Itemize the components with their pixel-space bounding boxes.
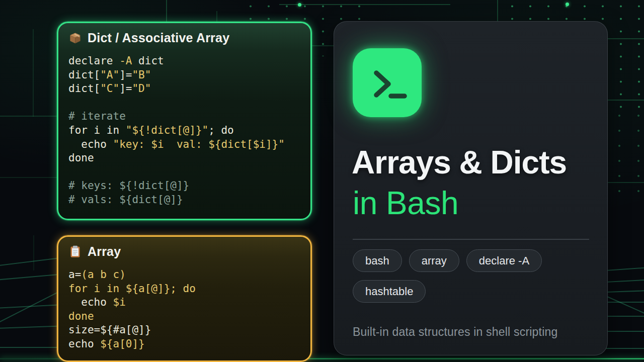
dot-accent <box>566 3 569 6</box>
code-token: dict[ <box>68 69 100 81</box>
wire-line <box>606 290 644 292</box>
dot-field <box>610 108 644 204</box>
code-line <box>68 96 300 110</box>
wire-line <box>606 302 644 303</box>
divider <box>353 239 589 240</box>
wire-line <box>603 294 644 318</box>
tag-pill: hashtable <box>353 280 426 303</box>
tag-pill: declare -A <box>466 249 542 272</box>
code-token: ]= <box>119 82 132 95</box>
code-line: for i in "${!dict[@]}"; do <box>68 124 300 138</box>
code-token: echo <box>68 138 113 150</box>
poster: Dict / Associative Array declare -A dict… <box>0 0 644 362</box>
panel-title: Arrays & Dicts <box>352 144 567 181</box>
code-token: for i in <box>68 124 126 136</box>
code-line: done <box>68 310 300 324</box>
code-token: "D" <box>132 82 151 95</box>
wire-line <box>0 257 62 266</box>
tag-pill: bash <box>353 249 402 272</box>
dict-card-header: Dict / Associative Array <box>58 23 310 45</box>
code-token: # keys: ${!dict[@]} <box>68 179 189 192</box>
dict-card-title: Dict / Associative Array <box>88 31 229 45</box>
dot-accent <box>298 3 301 7</box>
code-line: # iterate <box>68 110 300 124</box>
grid-line <box>33 235 34 270</box>
code-line: declare -A dict <box>68 54 300 68</box>
code-token: dict[ <box>68 82 100 95</box>
wire-line <box>606 331 644 332</box>
code-token: "C" <box>100 82 119 95</box>
code-token: $i <box>113 296 126 308</box>
code-line: a=(a b c) <box>68 268 300 282</box>
package-icon <box>68 31 82 45</box>
dict-card: Dict / Associative Array declare -A dict… <box>57 22 312 220</box>
panel-title-accent: in Bash <box>353 185 458 222</box>
code-token: size=${#a[@]} <box>68 324 151 336</box>
dict-code-block: declare -A dictdict["A"]="B"dict["C"]="D… <box>58 54 310 207</box>
code-token: # iterate <box>68 110 126 122</box>
code-token: "A" <box>100 69 119 81</box>
array-code-block: a=(a b c)for i in ${a[@]}; do echo $idon… <box>58 268 310 351</box>
info-panel: Arrays & Dicts in Bash basharraydeclare … <box>334 21 608 355</box>
code-token: -A <box>119 55 132 67</box>
code-token: ]= <box>119 69 132 81</box>
code-token: "B" <box>132 69 151 81</box>
wire-line <box>0 274 63 280</box>
code-token: for i in ${a[@]}; do <box>68 283 196 295</box>
tag-pill: array <box>409 249 459 272</box>
code-line: done <box>68 151 300 165</box>
code-line: # keys: ${!dict[@]} <box>68 179 300 193</box>
code-token: "${!dict[@]}" <box>126 124 208 136</box>
panel-description: Built-in data structures in shell script… <box>353 325 557 339</box>
code-line: for i in ${a[@]}; do <box>68 282 300 296</box>
code-token: dict <box>132 55 164 67</box>
code-token: a= <box>68 268 81 281</box>
terminal-icon <box>353 48 422 117</box>
code-line: # vals: ${dict[@]} <box>68 193 300 207</box>
code-line: dict["A"]="B" <box>68 68 300 82</box>
code-line: dict["C"]="D" <box>68 82 300 96</box>
wire-line <box>606 280 644 283</box>
wire-line <box>0 347 60 348</box>
code-token: echo <box>68 296 113 308</box>
grid-line <box>0 177 57 178</box>
wire-line <box>606 267 644 270</box>
wire-line <box>606 348 644 349</box>
code-token: ${a[0]} <box>100 338 145 350</box>
array-card-title: Array <box>88 244 121 259</box>
wire-line <box>0 325 60 328</box>
code-token: (a b c) <box>81 268 126 281</box>
code-token: done <box>68 152 94 164</box>
code-line: echo $i <box>68 296 300 310</box>
code-line: echo ${a[0]} <box>68 337 300 351</box>
clipboard-icon <box>68 245 82 258</box>
code-token: declare <box>68 55 119 67</box>
array-card: Array a=(a b c)for i in ${a[@]}; do echo… <box>57 235 312 362</box>
code-token: # vals: ${dict[@]} <box>68 194 183 206</box>
grid-line <box>33 29 34 117</box>
wire-line <box>0 304 60 308</box>
code-token: "key: $i val: ${dict[$i]}" <box>113 138 285 150</box>
code-line <box>68 165 300 179</box>
terminal-glyph <box>362 58 413 108</box>
code-token: echo <box>68 338 100 350</box>
code-line: size=${#a[@]} <box>68 323 300 337</box>
code-token: done <box>68 310 94 322</box>
tag-list: basharraydeclare -Ahashtable <box>353 249 594 303</box>
code-line: echo "key: $i val: ${dict[$i]}" <box>68 138 300 152</box>
wire-line <box>606 316 644 317</box>
array-card-header: Array <box>58 237 310 259</box>
code-token: ; do <box>208 124 234 136</box>
grid-line <box>0 116 57 117</box>
